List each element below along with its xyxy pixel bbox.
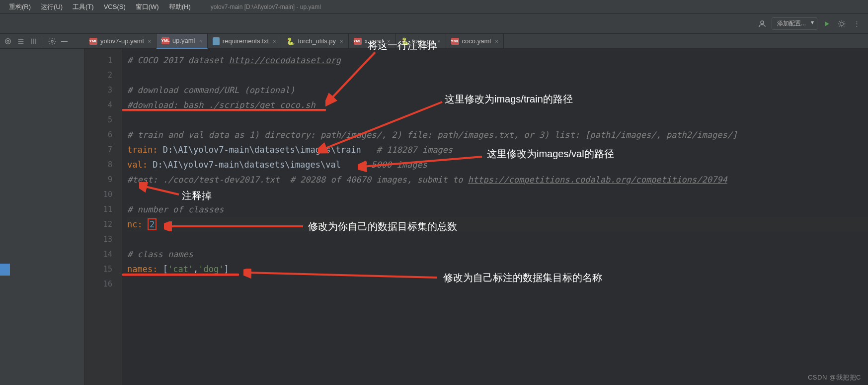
python-icon: 🐍 [401,37,409,45]
svg-point-1 [840,22,844,25]
code-area[interactable]: # COCO 2017 dataset http://cocodataset.o… [122,49,868,385]
code-line-16 [127,277,868,291]
close-icon[interactable]: × [148,38,151,44]
menu-bar: 重构(R) 运行(U) 工具(T) VCS(S) 窗口(W) 帮助(H) yol… [0,0,868,14]
tab-x-yaml[interactable]: YML x.yaml × [349,34,396,49]
line-number: 7 [84,142,112,157]
menu-vcs[interactable]: VCS(S) [99,0,131,14]
line-number: 15 [84,262,112,277]
tab-torch-utils[interactable]: 🐍 torch_utils.py × [281,34,348,49]
line-number: 1 [84,53,112,68]
menu-run[interactable]: 运行(U) [36,0,68,14]
code-line-12: nc: 2 [127,217,868,232]
tab-label: torch_utils.py [298,37,336,45]
tab-yolov7-up[interactable]: YML yolov7-up.yaml × [84,34,157,49]
line-number: 16 [84,277,112,291]
yml-icon: YML [451,38,459,45]
code-line-1: # COCO 2017 dataset http://cocodataset.o… [127,53,868,68]
code-line-8: val: D:\AI\yolov7-main\datasets\images\v… [127,157,868,172]
project-selection-strip [0,264,10,276]
code-line-2 [127,68,868,83]
line-number: 5 [84,112,112,127]
hide-icon[interactable]: — [61,37,68,45]
tab-label: requirements.txt [223,37,269,45]
target-icon[interactable] [4,37,12,45]
line-number-gutter: 12345678910111213141516 [84,49,119,385]
close-icon[interactable]: × [199,38,202,44]
tab-train-py[interactable]: 🐍 train.py × [396,34,446,49]
editor[interactable]: 12345678910111213141516 # COCO 2017 data… [84,49,868,385]
svg-point-0 [761,21,764,24]
line-number: 10 [84,187,112,202]
nav-row: — YML yolov7-up.yaml × YML up.yaml × req… [0,34,868,49]
code-line-3: # download command/URL (optional) [127,83,868,97]
main-area: 12345678910111213141516 # COCO 2017 data… [0,49,868,385]
menu-window[interactable]: 窗口(W) [131,0,164,14]
editor-tabs: YML yolov7-up.yaml × YML up.yaml × requi… [84,34,868,49]
underline-l15 [122,274,239,276]
tab-label: yolov7-up.yaml [100,37,144,45]
underline-l4 [122,109,326,111]
tab-label: train.py [412,37,434,45]
line-number: 8 [84,157,112,172]
more-icon[interactable]: ⋮ [851,18,862,29]
tab-label: x.yaml [365,37,384,45]
debug-icon[interactable] [836,18,847,29]
close-icon[interactable]: × [387,38,390,44]
watermark: CSDN @我把把C [808,373,861,382]
menu-refactor[interactable]: 重构(R) [4,0,36,14]
code-line-6: # train and val data as 1) directory: pa… [127,127,868,142]
code-line-5 [127,112,868,127]
line-number: 14 [84,247,112,262]
yml-icon: YML [161,37,169,44]
menu-tools[interactable]: 工具(T) [68,0,99,14]
line-number: 12 [84,217,112,232]
line-number: 2 [84,68,112,83]
line-number: 11 [84,202,112,217]
run-icon[interactable] [821,18,832,29]
close-icon[interactable]: × [437,38,440,44]
svg-point-2 [5,38,11,44]
close-icon[interactable]: × [273,38,276,44]
svg-point-4 [51,40,53,42]
project-panel[interactable] [0,49,84,385]
line-number: 13 [84,232,112,247]
expand-icon[interactable] [30,37,38,45]
line-number: 3 [84,83,112,97]
tab-label: coco.yaml [462,37,491,45]
tab-requirements[interactable]: requirements.txt × [208,34,282,49]
code-line-10 [127,187,868,202]
window-title: yolov7-main [D:\AI\yolov7-main] - up.yam… [211,3,321,10]
menu-help[interactable]: 帮助(H) [164,0,196,14]
nc-value-highlight: 2 [148,218,157,230]
line-number: 6 [84,127,112,142]
code-line-13 [127,232,868,247]
user-icon[interactable] [757,18,768,29]
yml-icon: YML [89,38,97,45]
svg-point-3 [7,40,9,42]
line-number: 9 [84,172,112,187]
txt-icon [213,37,220,45]
tab-label: up.yaml [172,37,195,44]
toolbar: 添加配置... ⋮ [0,14,868,34]
code-line-9: #test: ./coco/test-dev2017.txt # 20288 o… [127,172,868,187]
code-line-7: train: D:\AI\yolov7-main\datasets\images… [127,142,868,157]
close-icon[interactable]: × [340,38,343,44]
code-line-11: # number of classes [127,202,868,217]
line-number: 4 [84,97,112,112]
collapse-icon[interactable] [17,37,25,45]
yml-icon: YML [354,38,362,45]
project-tool-buttons: — [0,36,84,46]
run-config-dropdown[interactable]: 添加配置... [772,17,817,30]
tab-coco-yaml[interactable]: YML coco.yaml × [446,34,504,49]
gear-icon[interactable] [48,37,56,45]
close-icon[interactable]: × [495,38,498,44]
python-icon: 🐍 [286,37,295,45]
code-line-14: # class names [127,247,868,262]
tab-up-yaml[interactable]: YML up.yaml × [157,34,208,49]
